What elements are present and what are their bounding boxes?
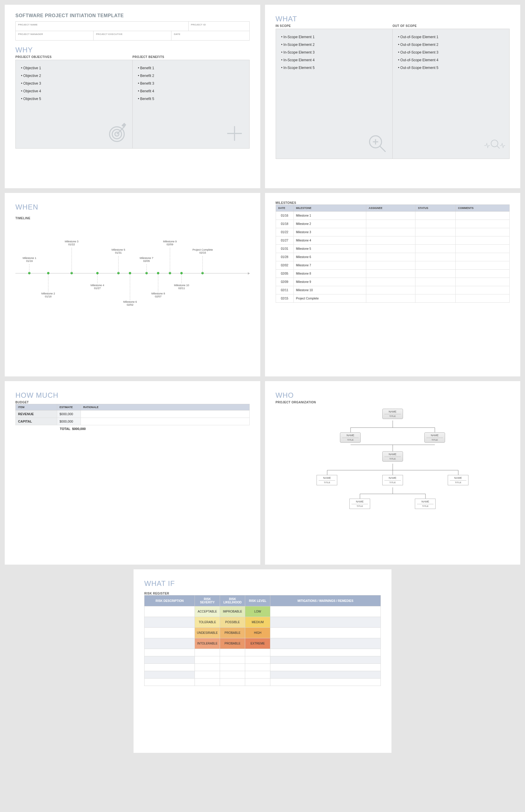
- risk-table: RISK DESCRIPTION RISK SEVERITY RISK LIKE…: [144, 595, 381, 686]
- list-item: Objective 2: [21, 72, 127, 80]
- list-item: Objective 1: [21, 64, 127, 72]
- table-row: 01/22Milestone 3: [276, 228, 510, 236]
- timeline-label: Milestone 602/02: [118, 300, 142, 306]
- table-row: TOLERABLEPOSSIBLEMEDIUM: [145, 617, 381, 628]
- org-node: NAMETITLE: [382, 475, 403, 485]
- timeline-tick: [96, 272, 99, 274]
- timeline-label: Milestone 301/22: [60, 240, 84, 246]
- col-milestone: MILESTONE: [294, 205, 366, 212]
- org-node: NAMETITLE: [424, 432, 445, 443]
- table-row: 01/28Milestone 6: [276, 253, 510, 261]
- timeline-label: Milestone 201/18: [36, 292, 60, 298]
- page-when: WHEN TIMELINE Milestone 101/16Milestone …: [5, 193, 260, 376]
- benefits-label: PROJECT BENEFITS: [132, 55, 249, 59]
- table-row: 02/15Project Complete: [276, 294, 510, 303]
- what-heading: WHAT: [276, 15, 510, 23]
- timeline-stem: [170, 248, 170, 273]
- list-item: Benefit 1: [138, 64, 244, 72]
- milestones-table: DATE MILESTONE ASSIGNEE STATUS COMMENTS …: [276, 204, 510, 303]
- table-row: REVENUE$000,000: [16, 410, 250, 418]
- target-icon: [107, 123, 128, 145]
- field-project-executive[interactable]: PROJECT EXECUTIVE: [93, 31, 171, 40]
- page-what: WHAT IN SCOPE OUT OF SCOPE In-Scope Elem…: [265, 5, 521, 188]
- timeline-stem: [97, 274, 97, 283]
- timeline-stem: [146, 264, 147, 273]
- col-risk-level: RISK LEVEL: [245, 595, 270, 606]
- timeline-label: Project Complete02/15: [191, 248, 214, 254]
- outscope-label: OUT OF SCOPE: [393, 24, 510, 28]
- table-row: [145, 656, 381, 664]
- org-node: NAMETITLE: [382, 409, 403, 419]
- timeline-label: Milestone 902/09: [158, 240, 182, 246]
- org-node: NAMETITLE: [340, 432, 361, 443]
- field-project-id[interactable]: PROJECT ID: [189, 21, 249, 31]
- table-row: INTOLERABLEPROBABLEEXTREME: [145, 638, 381, 649]
- table-row: 02/09Milestone 9: [276, 278, 510, 286]
- who-heading: WHO: [276, 391, 510, 400]
- col-risk-likelihood: RISK LIKELIHOOD: [220, 595, 245, 606]
- inscope-box: In-Scope Element 1In-Scope Element 2In-S…: [276, 29, 393, 159]
- whatif-heading: WHAT IF: [144, 579, 381, 588]
- timeline-label: Milestone 401/27: [86, 284, 109, 290]
- list-item: Benefit 4: [138, 87, 244, 95]
- timeline-tick: [157, 272, 159, 274]
- list-item: In-Scope Element 2: [281, 41, 387, 48]
- budget-total: TOTAL $000,000: [15, 425, 250, 431]
- table-row: CAPITAL$000,000: [16, 418, 250, 425]
- timeline-stem: [130, 274, 130, 300]
- howmuch-heading: HOW MUCH: [15, 391, 250, 400]
- col-comments: COMMENTS: [455, 205, 509, 212]
- col-assignee: ASSIGNEE: [366, 205, 416, 212]
- list-item: Benefit 3: [138, 80, 244, 87]
- list-item: Objective 3: [21, 80, 127, 87]
- page-milestones: MILESTONES DATE MILESTONE ASSIGNEE STATU…: [265, 193, 521, 376]
- col-status: STATUS: [416, 205, 455, 212]
- list-item: Benefit 2: [138, 72, 244, 80]
- list-item: Out-of-Scope Element 1: [398, 33, 504, 41]
- table-row: 01/16Milestone 1: [276, 212, 510, 220]
- timeline-stem: [48, 274, 48, 292]
- list-item: Out-of-Scope Element 2: [398, 41, 504, 48]
- page-why: SOFTWARE PROJECT INITIATION TEMPLATE PRO…: [5, 5, 260, 188]
- table-row: 01/31Milestone 5: [276, 245, 510, 253]
- timeline-label: TIMELINE: [15, 217, 250, 220]
- page-howmuch: HOW MUCH BUDGET ITEM ESTIMATE RATIONALE …: [5, 381, 260, 565]
- timeline-stem: [71, 248, 72, 273]
- timeline-label: Milestone 1002/11: [170, 284, 193, 290]
- col-estimate: ESTIMATE: [57, 404, 81, 410]
- table-row: [145, 649, 381, 656]
- col-item: ITEM: [16, 404, 57, 410]
- field-project-manager[interactable]: PROJECT MANAGER: [16, 31, 93, 40]
- budget-table: ITEM ESTIMATE RATIONALE REVENUE$000,000C…: [15, 404, 250, 425]
- table-row: UNDESIRABLEPROBABLEHIGH: [145, 628, 381, 638]
- org-node: NAMETITLE: [349, 499, 370, 509]
- outscope-box: Out-of-Scope Element 1Out-of-Scope Eleme…: [393, 29, 510, 159]
- why-heading: WHY: [15, 46, 250, 54]
- pulse-magnify-icon: [484, 133, 505, 156]
- svg-line-7: [380, 146, 386, 152]
- list-item: In-Scope Element 3: [281, 48, 387, 56]
- org-label: PROJECT ORGANIZATION: [276, 401, 510, 404]
- milestones-label: MILESTONES: [276, 201, 510, 204]
- table-row: [145, 671, 381, 678]
- benefits-box: Benefit 1Benefit 2Benefit 3Benefit 4Bene…: [133, 60, 250, 149]
- header-row-2: PROJECT MANAGER PROJECT EXECUTIVE DATE: [15, 31, 250, 41]
- field-project-name[interactable]: PROJECT NAME: [16, 21, 189, 31]
- table-row: 02/11Milestone 10: [276, 286, 510, 294]
- list-item: Benefit 5: [138, 95, 244, 103]
- objectives-label: PROJECT OBJECTIVES: [15, 55, 132, 59]
- table-row: [145, 664, 381, 671]
- field-date[interactable]: DATE: [171, 31, 249, 40]
- org-node: NAMETITLE: [382, 451, 403, 462]
- timeline-chart: Milestone 101/16Milestone 201/18Mileston…: [15, 229, 250, 317]
- objectives-box: Objective 1Objective 2Objective 3Objecti…: [15, 60, 133, 149]
- list-item: Objective 5: [21, 95, 127, 103]
- svg-line-11: [497, 146, 500, 149]
- table-row: ACCEPTABLEIMPROBABLELOW: [145, 606, 381, 617]
- list-item: In-Scope Element 5: [281, 64, 387, 72]
- budget-label: BUDGET: [15, 401, 250, 404]
- org-node: NAMETITLE: [317, 475, 337, 485]
- timeline-stem: [29, 264, 30, 273]
- when-heading: WHEN: [15, 203, 250, 211]
- list-item: In-Scope Element 4: [281, 56, 387, 64]
